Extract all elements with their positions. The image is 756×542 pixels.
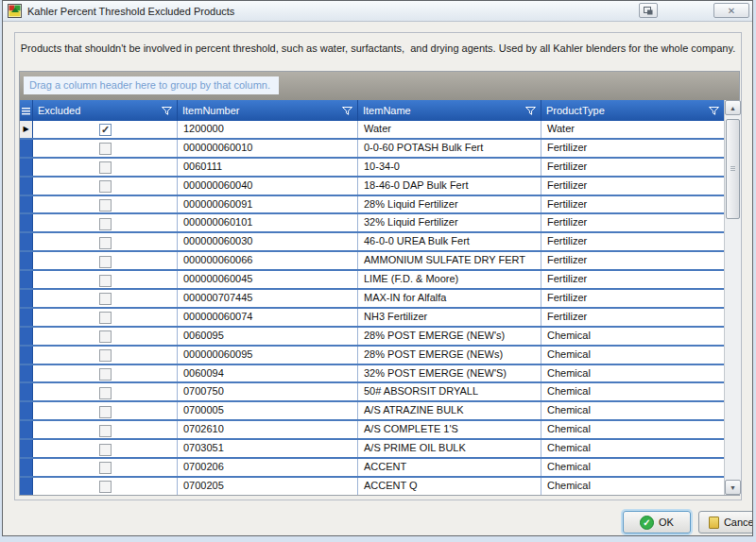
cell-excluded (33, 459, 178, 476)
row-indicator-cell (20, 233, 33, 250)
column-header-label: Excluded (38, 105, 159, 116)
cell-item-name: ACCENT Q (358, 478, 541, 495)
cell-item-number: 0700205 (178, 478, 358, 495)
row-indicator-cell (20, 214, 33, 231)
table-row[interactable]: 000000060045 LIME (F.D. & Moore) Fertili… (20, 271, 724, 290)
ok-check-icon: ✓ (640, 516, 654, 530)
excluded-checkbox[interactable] (99, 387, 112, 399)
cell-item-number: 0702610 (178, 421, 358, 438)
column-header-label: ItemName (363, 105, 523, 116)
scroll-up-icon: ▲ (730, 105, 736, 111)
cell-item-number: 0700750 (178, 383, 358, 400)
cell-item-name: 50# ABSORSIT DRYALL (358, 383, 541, 400)
row-indicator-cell (20, 140, 33, 157)
excluded-checkbox[interactable]: ✓ (99, 124, 112, 136)
excluded-checkbox[interactable] (99, 161, 112, 174)
row-indicator-cell (20, 271, 33, 288)
grid-rows: ▶ ✓ 1200000 Water Water 000000060010 0-0… (20, 121, 724, 495)
table-row[interactable]: 000000060066 AMMONIUM SULFATE DRY FERT F… (20, 252, 724, 271)
ok-button-label: OK (659, 517, 674, 528)
excluded-checkbox[interactable] (99, 199, 112, 212)
excluded-checkbox[interactable] (99, 425, 112, 437)
cell-item-number: 1200000 (178, 121, 358, 138)
table-row[interactable]: 000000707445 MAX-IN for Alfalfa Fertiliz… (20, 290, 724, 309)
table-row[interactable]: 0060095 28% POST EMERGE (NEW's) Chemical (20, 328, 724, 347)
table-row[interactable]: 000000060010 0-0-60 POTASH Bulk Fert Fer… (20, 140, 724, 159)
table-row[interactable]: 0060094 32% POST EMERGE (NEW'S) Chemical (20, 365, 724, 384)
row-indicator-cell (20, 252, 33, 269)
table-row[interactable]: 0700205 ACCENT Q Chemical (20, 478, 724, 495)
ok-button[interactable]: ✓ OK (623, 511, 691, 534)
excluded-checkbox[interactable] (99, 462, 112, 474)
filter-funnel-icon[interactable] (342, 107, 352, 115)
cell-item-number: 000000060030 (178, 233, 358, 250)
scrollbar-track[interactable] (725, 115, 741, 480)
cell-item-name: 28% Liquid Fertilizer (358, 196, 541, 213)
float-window-button[interactable] (639, 3, 658, 18)
cell-item-number: 0060111 (178, 159, 358, 176)
table-row[interactable]: 0702610 A/S COMPLETE 1'S Chemical (20, 421, 724, 440)
column-header-itemname[interactable]: ItemName (358, 100, 541, 121)
table-row[interactable]: 000000060091 28% Liquid Fertilizer Ferti… (20, 196, 724, 215)
cell-product-type: Chemical (541, 328, 724, 345)
excluded-checkbox[interactable] (99, 368, 112, 381)
table-row[interactable]: 0060111 10-34-0 Fertilizer (20, 159, 724, 178)
cell-product-type: Water (541, 121, 724, 138)
excluded-checkbox[interactable] (99, 256, 112, 268)
cell-product-type: Fertilizer (541, 271, 724, 288)
filter-funnel-icon[interactable] (709, 107, 719, 115)
group-by-panel[interactable]: Drag a column header here to group by th… (20, 72, 739, 100)
scroll-down-button[interactable]: ▼ (725, 480, 741, 495)
row-indicator-cell (20, 421, 33, 438)
row-indicator-cell (20, 402, 33, 419)
cell-product-type: Fertilizer (541, 196, 724, 213)
excluded-checkbox[interactable] (99, 237, 112, 249)
scroll-up-button[interactable]: ▲ (725, 100, 741, 115)
grid-main: Excluded ItemNumber ItemName ProductType… (20, 100, 739, 495)
cell-excluded (33, 252, 178, 269)
table-row[interactable]: 0700206 ACCENT Chemical (20, 459, 724, 478)
table-row[interactable]: ▶ ✓ 1200000 Water Water (20, 121, 724, 140)
excluded-checkbox[interactable] (99, 406, 112, 418)
excluded-checkbox[interactable] (99, 481, 112, 493)
excluded-checkbox[interactable] (99, 444, 112, 456)
vertical-scrollbar[interactable]: ▲ ▼ (724, 100, 741, 495)
excluded-checkbox[interactable] (99, 330, 112, 343)
column-header-producttype[interactable]: ProductType (541, 100, 724, 121)
table-row[interactable]: 0700750 50# ABSORSIT DRYALL Chemical (20, 383, 724, 402)
cell-item-name: 28% POST EMERGE (NEW's) (358, 328, 541, 345)
table-row[interactable]: 000000060095 28% POST EMERGE (NEWs) Chem… (20, 347, 724, 365)
table-row[interactable]: 000000060040 18-46-0 DAP Bulk Fert Ferti… (20, 178, 724, 196)
cancel-icon (709, 517, 719, 529)
close-button[interactable]: ✕ (713, 3, 749, 18)
excluded-checkbox[interactable] (99, 218, 112, 230)
cell-product-type: Chemical (541, 402, 724, 419)
cell-item-name: LIME (F.D. & Moore) (358, 271, 541, 288)
cell-item-number: 000000060040 (178, 178, 358, 195)
cell-product-type: Chemical (541, 365, 724, 382)
table-row[interactable]: 000000060074 NH3 Fertilizer Fertilizer (20, 309, 724, 328)
cell-excluded (33, 159, 178, 176)
grid-columns: Excluded ItemNumber ItemName ProductType… (20, 100, 724, 495)
table-row[interactable]: 000000060030 46-0-0 UREA Bulk Fert Ferti… (20, 233, 724, 252)
scrollbar-thumb[interactable] (726, 119, 740, 219)
filter-funnel-icon[interactable] (162, 107, 172, 115)
cancel-button[interactable]: Cancel (698, 511, 753, 534)
column-header-itemnumber[interactable]: ItemNumber (178, 100, 358, 121)
excluded-checkbox[interactable] (99, 293, 112, 305)
excluded-checkbox[interactable] (99, 349, 112, 362)
excluded-checkbox[interactable] (99, 180, 112, 193)
row-indicator-cell (20, 440, 33, 457)
cell-product-type: Fertilizer (541, 214, 724, 231)
column-header-label: ProductType (546, 105, 706, 116)
excluded-checkbox[interactable] (99, 275, 112, 287)
cell-excluded (33, 478, 178, 495)
cell-item-name: 32% POST EMERGE (NEW'S) (358, 365, 541, 382)
excluded-checkbox[interactable] (99, 143, 112, 155)
excluded-checkbox[interactable] (99, 312, 112, 324)
table-row[interactable]: 000000060101 32% Liquid Fertilizer Ferti… (20, 214, 724, 233)
column-header-excluded[interactable]: Excluded (33, 100, 178, 121)
table-row[interactable]: 0700005 A/S ATRAZINE BULK Chemical (20, 402, 724, 421)
filter-funnel-icon[interactable] (525, 107, 536, 115)
table-row[interactable]: 0703051 A/S PRIME OIL BULK Chemical (20, 440, 724, 459)
